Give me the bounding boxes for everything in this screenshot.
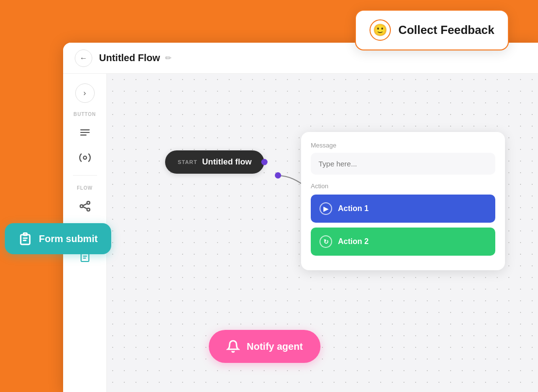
action-label: Action xyxy=(311,182,495,190)
svg-point-4 xyxy=(80,205,83,208)
sidebar-divider xyxy=(73,175,97,176)
message-input[interactable] xyxy=(311,153,495,175)
action2-label: Action 2 xyxy=(338,237,369,246)
start-dot xyxy=(261,159,268,165)
sidebar-flow-icon[interactable] xyxy=(74,147,96,168)
form-submit-label: Form submit xyxy=(39,233,98,245)
back-button[interactable]: ← xyxy=(75,49,92,67)
action1-button[interactable]: ▶ Action 1 xyxy=(311,195,495,223)
sidebar-section-button-label: BUTTON xyxy=(73,112,96,117)
form-submit-tooltip[interactable]: Form submit xyxy=(5,223,111,254)
main-layout: › BUTTON FLOW xyxy=(63,74,538,392)
flow-title: Untitled Flow xyxy=(99,52,160,64)
action2-button[interactable]: ↻ Action 2 xyxy=(311,228,495,256)
collect-feedback-tooltip[interactable]: 🙂 Collect Feedback xyxy=(355,10,509,50)
flow-name: Untitled flow xyxy=(202,157,252,167)
action2-sync-icon: ↻ xyxy=(319,235,332,248)
message-label: Message xyxy=(311,142,495,149)
sidebar-section-flow-label: FLOW xyxy=(77,185,93,191)
app-window: ← Untitled Flow ✏ › BUTTON xyxy=(63,43,538,392)
action1-label: Action 1 xyxy=(338,204,369,213)
collect-feedback-label: Collect Feedback xyxy=(399,23,494,37)
svg-rect-14 xyxy=(21,235,30,245)
action1-play-icon: ▶ xyxy=(319,202,332,215)
notify-agent-button[interactable]: Notify agent xyxy=(209,330,320,363)
svg-line-7 xyxy=(83,204,86,206)
svg-rect-10 xyxy=(81,253,89,261)
sidebar-text-icon[interactable] xyxy=(74,122,96,143)
sidebar-flow-node-icon[interactable] xyxy=(74,196,96,217)
edit-icon[interactable]: ✏ xyxy=(165,53,171,63)
start-node[interactable]: START Untitled flow xyxy=(165,150,264,174)
collect-feedback-icon: 🙂 xyxy=(370,19,391,41)
start-label: START xyxy=(178,159,197,165)
sidebar-expand-btn[interactable]: › xyxy=(75,83,95,103)
svg-line-8 xyxy=(83,207,86,209)
conn-dot-1 xyxy=(275,172,281,179)
message-card: Message Action ▶ Action 1 ↻ Action 2 xyxy=(301,132,505,270)
canvas: START Untitled flow Message Action ▶ Act… xyxy=(107,74,538,392)
notify-agent-label: Notify agent xyxy=(247,341,303,352)
svg-point-3 xyxy=(83,156,86,160)
